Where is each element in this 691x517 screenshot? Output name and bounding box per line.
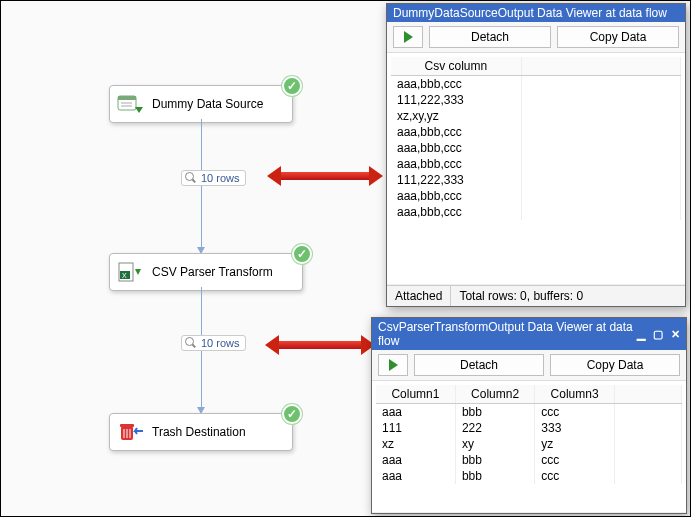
maximize-icon[interactable]: ▢ (653, 328, 663, 341)
table-row: aaa,bbb,ccc (391, 76, 681, 93)
node-trash-destination[interactable]: Trash Destination ✓ (109, 413, 293, 451)
table-row: 111222333 (376, 420, 682, 436)
close-icon[interactable]: ✕ (671, 328, 680, 341)
node-label: Dummy Data Source (152, 97, 263, 111)
trash-destination-icon (116, 420, 144, 444)
success-badge-icon: ✓ (282, 404, 302, 424)
table-row: aaa,bbb,ccc (391, 140, 681, 156)
play-button[interactable] (378, 354, 408, 376)
table-row: aaa,bbb,ccc (391, 156, 681, 172)
node-label: CSV Parser Transform (152, 265, 273, 279)
table-row: aaa,bbb,ccc (391, 124, 681, 140)
copy-data-button[interactable]: Copy Data (550, 354, 680, 376)
viewer-toolbar: Detach Copy Data (372, 350, 686, 381)
window-title: DummyDataSourceOutput Data Viewer at dat… (393, 6, 667, 20)
column-header-spacer (521, 57, 680, 76)
table-row: aaabbbccc (376, 452, 682, 468)
status-totals: Total rows: 0, buffers: 0 (451, 286, 685, 306)
status-attached: Attached (387, 286, 451, 306)
column-header[interactable]: Column1 (376, 385, 455, 404)
status-bar: Attached Total rows: 0, buffers: 0 (387, 285, 685, 306)
success-badge-icon: ✓ (292, 244, 312, 264)
column-header[interactable]: Column2 (455, 385, 534, 404)
detach-button[interactable]: Detach (429, 26, 551, 48)
table-row: xz,xy,yz (391, 108, 681, 124)
window-title-bar[interactable]: CsvParserTransformOutput Data Viewer at … (372, 318, 686, 350)
svg-rect-8 (120, 424, 134, 427)
row-count-label-2[interactable]: 10 rows (181, 335, 246, 351)
table-row: 111,222,333 (391, 172, 681, 188)
node-dummy-data-source[interactable]: Dummy Data Source ✓ (109, 85, 293, 123)
copy-data-button[interactable]: Copy Data (557, 26, 679, 48)
table-row: aaabbbccc (376, 468, 682, 484)
data-viewer-2-window[interactable]: CsvParserTransformOutput Data Viewer at … (371, 317, 687, 514)
node-label: Trash Destination (152, 425, 246, 439)
minimize-icon[interactable]: ▁ (637, 328, 645, 341)
play-button[interactable] (393, 26, 423, 48)
viewer-toolbar: Detach Copy Data (387, 22, 685, 53)
callout-arrow-1 (279, 172, 371, 180)
table-row: aaa,bbb,ccc (391, 188, 681, 204)
ssis-design-canvas: Dummy Data Source ✓ 10 rows X CSV Parser… (0, 0, 691, 517)
window-title: CsvParserTransformOutput Data Viewer at … (378, 320, 637, 348)
row-count-label-1[interactable]: 10 rows (181, 170, 246, 186)
csv-parser-icon: X (116, 260, 144, 284)
node-csv-parser-transform[interactable]: X CSV Parser Transform ✓ (109, 253, 303, 291)
callout-arrow-2 (277, 341, 363, 349)
table-row: 111,222,333 (391, 92, 681, 108)
column-header[interactable]: Column3 (535, 385, 614, 404)
magnifier-icon (185, 337, 197, 349)
svg-text:X: X (122, 272, 127, 279)
detach-button[interactable]: Detach (414, 354, 544, 376)
success-badge-icon: ✓ (282, 76, 302, 96)
viewer-grid[interactable]: Csv column aaa,bbb,ccc 111,222,333 xz,xy… (387, 53, 685, 285)
table-row: aaabbbccc (376, 404, 682, 421)
viewer-grid[interactable]: Column1 Column2 Column3 aaabbbccc 111222… (372, 381, 686, 513)
data-source-icon (116, 92, 144, 116)
column-header[interactable]: Csv column (391, 57, 521, 76)
play-icon (389, 359, 398, 371)
window-title-bar[interactable]: DummyDataSourceOutput Data Viewer at dat… (387, 4, 685, 22)
data-viewer-1-window[interactable]: DummyDataSourceOutput Data Viewer at dat… (386, 3, 686, 307)
table-row: aaa,bbb,ccc (391, 204, 681, 220)
table-row: xzxyyz (376, 436, 682, 452)
column-header-spacer (614, 385, 681, 404)
svg-rect-1 (118, 96, 136, 100)
magnifier-icon (185, 172, 197, 184)
play-icon (404, 31, 413, 43)
